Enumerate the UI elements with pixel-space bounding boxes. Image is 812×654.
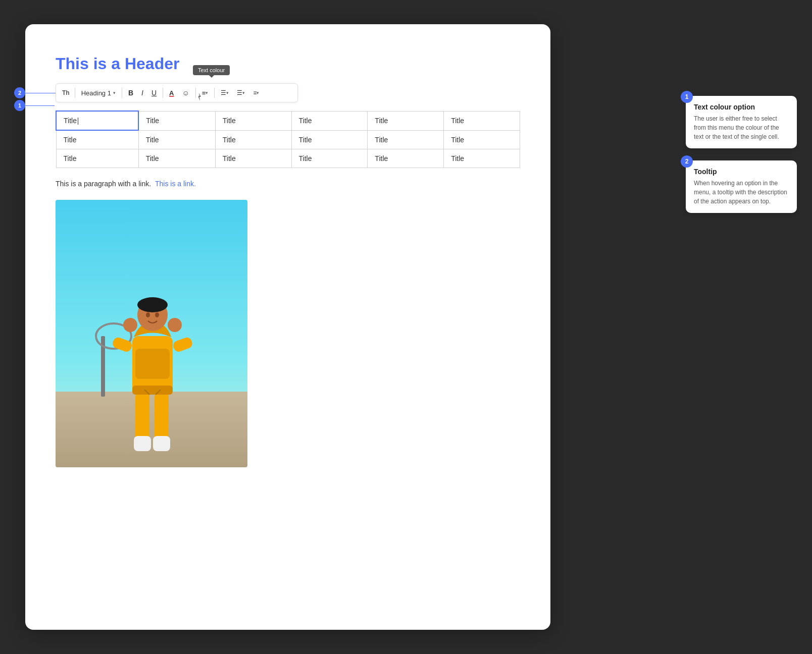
table-cell[interactable]: Title (368, 149, 444, 168)
annotation-title-1: Text colour option (694, 103, 789, 111)
svg-rect-5 (155, 392, 169, 442)
unordered-list-button[interactable]: ☰ ▾ (234, 86, 248, 100)
svg-point-17 (155, 312, 159, 317)
page-header: This is a Header (56, 54, 520, 73)
align-icon: ≡ (202, 89, 206, 97)
paragraph-link[interactable]: This is a link. (155, 180, 196, 188)
pointer-line-1 (25, 105, 55, 106)
annotation-card-2: 2 Tooltip When hovering an option in the… (686, 160, 797, 213)
svg-point-15 (137, 297, 168, 312)
table-cell[interactable]: Title (138, 149, 215, 168)
table-cell[interactable]: Title (368, 130, 444, 149)
align-arrow: ▾ (206, 90, 208, 95)
annotation-number-2: 2 (681, 155, 693, 168)
paragraph-text: This is a paragraph with a link. (56, 180, 151, 188)
toolbar-tooltip: Text colour (193, 65, 230, 75)
heading-select[interactable]: Heading 1 ▾ (78, 88, 119, 98)
indent-icon: ≡ (253, 89, 257, 96)
screen: This is a Header 2 1 Text colour Th (0, 0, 812, 654)
image-container (56, 200, 247, 467)
table-cell[interactable]: Title (444, 149, 520, 168)
indent-button[interactable]: ≡ ▾ (250, 86, 262, 100)
table-cell[interactable]: Title (215, 111, 291, 130)
table-cell[interactable]: Title (291, 130, 368, 149)
table-cell[interactable]: Title (56, 130, 138, 149)
table-cell[interactable]: Title (215, 149, 291, 168)
divider-5 (214, 88, 215, 98)
divider-3 (163, 88, 163, 98)
annotation-desc-2: When hovering an option in the menu, a t… (694, 179, 789, 206)
paragraph: This is a paragraph with a link. This is… (56, 178, 520, 189)
svg-point-16 (146, 312, 150, 317)
svg-rect-18 (132, 386, 173, 395)
badge-1: 1 (14, 100, 25, 111)
table-cell[interactable]: Title (444, 130, 520, 149)
ordered-list-button[interactable]: ☰ ▾ (218, 86, 232, 100)
table-cell[interactable]: Title (291, 149, 368, 168)
ordered-list-icon: ☰ (221, 89, 226, 96)
annotation-title-2: Tooltip (694, 168, 789, 176)
annotation-number-1: 1 (681, 91, 693, 103)
divider-1 (75, 88, 75, 98)
svg-rect-9 (135, 349, 170, 379)
svg-rect-6 (134, 436, 151, 451)
heading-label: Heading 1 (81, 89, 111, 97)
align-button[interactable]: ≡ ▾ (199, 86, 212, 100)
emoji-icon: ☺ (182, 89, 189, 97)
annotation-card-1: 1 Text colour option The user is either … (686, 96, 797, 148)
editor-card: This is a Header 2 1 Text colour Th (25, 24, 550, 630)
svg-rect-7 (153, 436, 170, 451)
fashion-image (56, 200, 247, 467)
svg-point-13 (168, 318, 182, 332)
indent-arrow: ▾ (257, 90, 259, 95)
italic-button[interactable]: I (138, 86, 146, 100)
svg-rect-4 (135, 392, 149, 442)
table-cell[interactable]: Title (138, 111, 215, 130)
annotation-desc-1: The user is either free to select from t… (694, 114, 789, 141)
table-cell[interactable]: Title (215, 130, 291, 149)
content-table: TitleTitleTitleTitleTitleTitleTitleTitle… (56, 111, 520, 168)
divider-4 (195, 88, 196, 98)
underline-button[interactable]: U (148, 86, 160, 100)
table-cell[interactable]: Title (138, 130, 215, 149)
table-cell[interactable]: Title (444, 111, 520, 130)
divider-2 (122, 88, 122, 98)
toolbar: Th Heading 1 ▾ B I U A (56, 83, 298, 102)
unordered-list-icon: ☰ (237, 89, 242, 96)
text-color-button[interactable]: A (166, 86, 177, 100)
emoji-button[interactable]: ☺ (179, 86, 192, 100)
left-annotation-1: 1 (14, 100, 55, 111)
table-cell[interactable]: Title (291, 111, 368, 130)
badge-2: 2 (14, 87, 25, 98)
text-type-label: Th (62, 89, 70, 96)
text-type-button[interactable]: Th (60, 86, 72, 100)
toolbar-wrapper: 2 1 Text colour Th Heading 1 (56, 83, 520, 102)
svg-rect-1 (56, 392, 247, 467)
table-cell[interactable]: Title (56, 111, 138, 130)
svg-point-12 (123, 318, 137, 332)
ul-arrow: ▾ (242, 90, 245, 95)
table-cell[interactable]: Title (368, 111, 444, 130)
heading-dropdown-arrow: ▾ (113, 90, 116, 95)
table-cell[interactable]: Title (56, 149, 138, 168)
ol-arrow: ▾ (226, 90, 229, 95)
text-color-letter: A (169, 90, 174, 96)
right-annotations: 1 Text colour option The user is either … (686, 96, 797, 213)
bold-button[interactable]: B (125, 86, 136, 100)
